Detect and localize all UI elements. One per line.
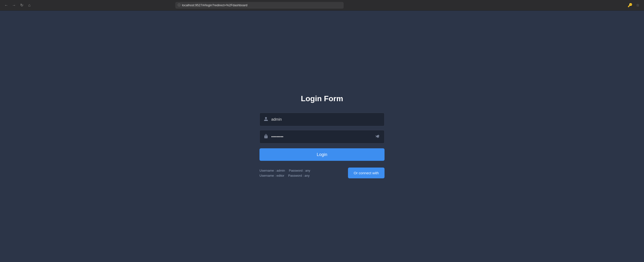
bottom-section: Username : admin Password : any Username… [260,168,384,178]
toggle-password-button[interactable] [375,134,380,140]
home-button[interactable]: ⌂ [26,2,33,9]
credential-row-2: Username : editor Password : any [260,174,310,178]
ssl-lock-icon: ⓘ [178,3,180,7]
browser-right-controls: 🔑 ☆ [627,2,641,9]
username-input[interactable] [271,113,380,126]
forward-button[interactable]: → [10,2,17,9]
or-connect-button[interactable]: Or connect with [348,168,384,178]
username-field-group [260,113,384,126]
page-background: Login Form [0,10,644,262]
password-input[interactable] [271,130,375,143]
credentials-info: Username : admin Password : any Username… [260,169,310,178]
credential-row-1: Username : admin Password : any [260,169,310,172]
url-text: localhost:9527/#/login?redirect=%2Fdashb… [182,3,248,7]
lock-icon [264,134,268,140]
cred-username-2: Username : editor [260,174,284,178]
key-icon-button[interactable]: 🔑 [627,2,634,9]
eye-slash-icon [375,134,380,140]
cred-password-1: Password : any [289,169,310,172]
back-button[interactable]: ← [3,2,10,9]
cred-username-1: Username : admin [260,169,285,172]
star-icon-button[interactable]: ☆ [634,2,641,9]
reload-button[interactable]: ↻ [18,2,25,9]
login-button[interactable]: Login [260,148,384,161]
nav-buttons: ← → ↻ ⌂ [3,2,33,9]
user-icon [264,116,268,122]
browser-toolbar: ← → ↻ ⌂ ⓘ localhost:9527/#/login?redirec… [0,0,644,10]
password-field-group [260,130,384,144]
address-bar[interactable]: ⓘ localhost:9527/#/login?redirect=%2Fdas… [175,2,344,9]
cred-password-2: Password : any [288,174,310,178]
login-container: Login Form [260,94,384,178]
login-title: Login Form [301,94,343,103]
